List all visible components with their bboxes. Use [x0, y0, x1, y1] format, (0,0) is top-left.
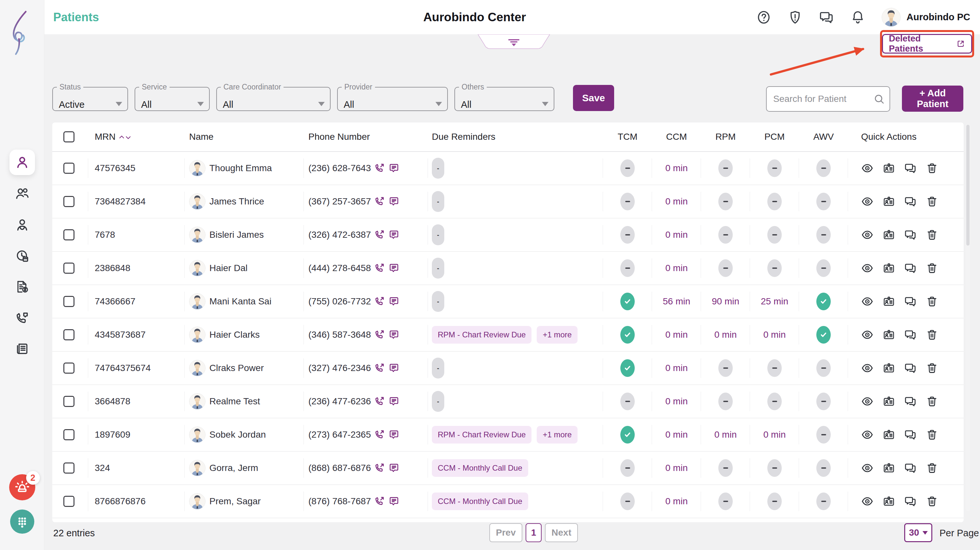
filter-status[interactable]: Status Active — [52, 85, 128, 111]
column-header-mrn[interactable]: MRN — [88, 122, 185, 151]
sms-icon[interactable] — [388, 396, 399, 407]
profile-card-icon[interactable] — [883, 295, 895, 308]
chat-icon[interactable] — [904, 162, 916, 175]
sidebar-item-dialpad[interactable] — [10, 510, 34, 534]
view-icon[interactable] — [861, 395, 873, 408]
messages-icon[interactable] — [819, 10, 834, 25]
user-menu[interactable]: Aurobindo PC — [882, 8, 970, 27]
profile-card-icon[interactable] — [883, 395, 895, 408]
chat-icon[interactable] — [904, 262, 916, 274]
call-icon[interactable] — [374, 296, 385, 307]
app-logo-icon[interactable] — [6, 9, 38, 53]
sidebar-item-calls[interactable] — [13, 309, 31, 327]
view-icon[interactable] — [861, 462, 873, 474]
profile-card-icon[interactable] — [883, 195, 895, 208]
view-icon[interactable] — [861, 262, 873, 274]
deleted-patients-button[interactable]: Deleted Patients — [882, 34, 972, 54]
profile-card-icon[interactable] — [883, 429, 895, 441]
filter-others[interactable]: Others All — [454, 85, 554, 111]
help-icon[interactable] — [756, 10, 771, 25]
profile-card-icon[interactable] — [883, 495, 895, 507]
reminder-chip[interactable]: +1 more — [537, 426, 578, 443]
chat-icon[interactable] — [904, 495, 916, 507]
profile-card-icon[interactable] — [883, 229, 895, 241]
chat-icon[interactable] — [904, 295, 916, 308]
reminder-chip[interactable]: CCM - Monthly Call Due — [432, 459, 528, 477]
delete-icon[interactable] — [926, 262, 938, 274]
save-button[interactable]: Save — [573, 85, 614, 111]
sidebar-item-alerts[interactable]: 2 — [9, 474, 35, 500]
call-icon[interactable] — [374, 496, 385, 507]
view-icon[interactable] — [861, 329, 873, 341]
sidebar-item-doctor[interactable] — [13, 216, 31, 234]
row-checkbox[interactable] — [64, 196, 75, 207]
view-icon[interactable] — [861, 162, 873, 175]
view-icon[interactable] — [861, 495, 873, 507]
sms-icon[interactable] — [388, 463, 399, 474]
chat-icon[interactable] — [904, 429, 916, 441]
call-icon[interactable] — [374, 362, 385, 374]
profile-card-icon[interactable] — [883, 162, 895, 175]
sidebar-item-reports[interactable] — [13, 340, 31, 358]
sms-icon[interactable] — [388, 196, 399, 207]
chat-icon[interactable] — [904, 195, 916, 208]
call-icon[interactable] — [374, 396, 385, 407]
sidebar-item-billing[interactable] — [13, 278, 31, 296]
call-icon[interactable] — [374, 329, 385, 340]
view-icon[interactable] — [861, 362, 873, 374]
delete-icon[interactable] — [926, 162, 938, 175]
delete-icon[interactable] — [926, 295, 938, 308]
sms-icon[interactable] — [388, 329, 399, 340]
delete-icon[interactable] — [926, 195, 938, 208]
profile-card-icon[interactable] — [883, 262, 895, 274]
profile-card-icon[interactable] — [883, 329, 895, 341]
reminder-chip[interactable]: RPM - Chart Review Due — [432, 326, 531, 343]
chat-icon[interactable] — [904, 329, 916, 341]
search-icon[interactable] — [873, 93, 885, 105]
table-scrollbar[interactable] — [966, 124, 970, 511]
row-checkbox[interactable] — [64, 229, 75, 240]
row-checkbox[interactable] — [64, 496, 75, 507]
filter-care-coordinator[interactable]: Care Coordinator All — [216, 85, 331, 111]
view-icon[interactable] — [861, 295, 873, 308]
notifications-icon[interactable] — [850, 10, 865, 25]
sidebar-item-patients[interactable] — [10, 149, 35, 175]
profile-card-icon[interactable] — [883, 462, 895, 474]
delete-icon[interactable] — [926, 462, 938, 474]
reminder-chip[interactable]: RPM - Chart Review Due — [432, 426, 531, 443]
call-icon[interactable] — [374, 229, 385, 240]
filter-provider[interactable]: Provider All — [337, 85, 448, 111]
sidebar-item-time-schedule[interactable] — [13, 247, 31, 265]
chat-icon[interactable] — [904, 362, 916, 374]
current-page-button[interactable]: 1 — [526, 523, 542, 542]
sms-icon[interactable] — [388, 262, 399, 274]
chat-icon[interactable] — [904, 229, 916, 241]
call-icon[interactable] — [374, 196, 385, 207]
call-icon[interactable] — [374, 163, 385, 174]
delete-icon[interactable] — [926, 329, 938, 341]
call-icon[interactable] — [374, 262, 385, 274]
delete-icon[interactable] — [926, 362, 938, 374]
sidebar-item-care-team[interactable] — [13, 184, 31, 203]
row-checkbox[interactable] — [64, 163, 75, 174]
header-collapse-tab[interactable] — [477, 34, 550, 49]
prev-page-button[interactable]: Prev — [489, 523, 522, 542]
reminder-chip[interactable]: CCM - Monthly Call Due — [432, 493, 528, 510]
sms-icon[interactable] — [388, 496, 399, 507]
delete-icon[interactable] — [926, 229, 938, 241]
sms-icon[interactable] — [388, 429, 399, 440]
delete-icon[interactable] — [926, 495, 938, 507]
row-checkbox[interactable] — [64, 329, 75, 340]
view-icon[interactable] — [861, 229, 873, 241]
row-checkbox[interactable] — [64, 396, 75, 407]
next-page-button[interactable]: Next — [545, 523, 578, 542]
alert-shield-icon[interactable] — [788, 10, 803, 25]
filter-service[interactable]: Service All — [135, 85, 210, 111]
sms-icon[interactable] — [388, 296, 399, 307]
row-checkbox[interactable] — [64, 362, 75, 374]
view-icon[interactable] — [861, 195, 873, 208]
add-patient-button[interactable]: + Add Patient — [902, 86, 963, 112]
sms-icon[interactable] — [388, 163, 399, 174]
chat-icon[interactable] — [904, 395, 916, 408]
select-all-checkbox[interactable] — [64, 131, 75, 142]
